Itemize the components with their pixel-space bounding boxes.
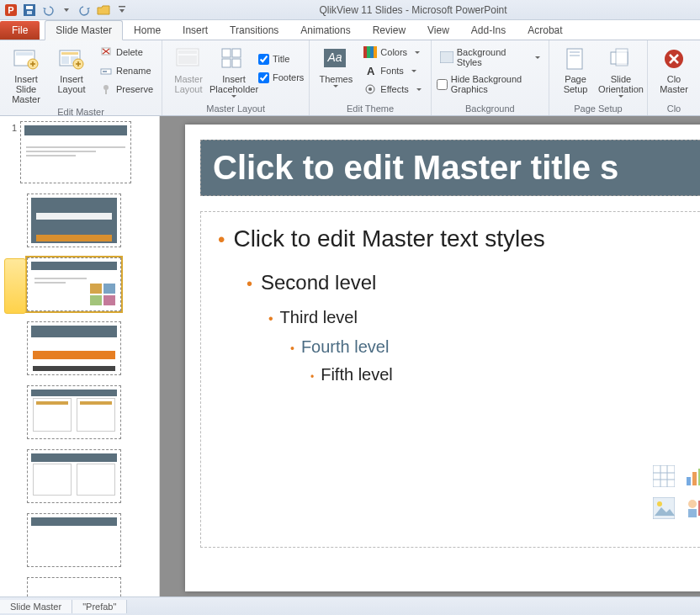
insert-chart-icon[interactable] <box>682 463 700 490</box>
svg-rect-18 <box>105 89 107 94</box>
insert-slide-master-button[interactable]: Insert Slide Master <box>5 44 47 106</box>
svg-rect-30 <box>370 46 374 58</box>
powerpoint-icon[interactable]: P <box>3 3 19 18</box>
qat-customize-icon[interactable] <box>114 3 130 18</box>
insert-clipart-icon[interactable] <box>682 495 700 522</box>
undo-icon[interactable] <box>40 3 56 18</box>
svg-rect-35 <box>440 51 453 63</box>
title-placeholder[interactable]: Click to edit Master title s <box>200 140 700 196</box>
effects-label: Effects <box>380 84 408 94</box>
fonts-button[interactable]: AFonts <box>360 62 425 79</box>
master-number: 1 <box>7 121 17 133</box>
group-edit-theme: Aa Themes Colors AFonts Effects Edit The… <box>310 40 431 115</box>
redo-icon[interactable] <box>77 3 93 18</box>
svg-rect-25 <box>232 59 241 67</box>
workspace: 1 <box>0 116 700 596</box>
master-thumbnail-row: 1 <box>7 121 156 183</box>
page-setup-button[interactable]: Page Setup <box>554 44 597 96</box>
open-folder-icon[interactable] <box>96 3 111 18</box>
slide-canvas[interactable]: Click to edit Master title s Click to ed… <box>185 125 700 591</box>
tab-view[interactable]: View <box>416 20 460 40</box>
tab-review[interactable]: Review <box>362 20 416 40</box>
tab-acrobat[interactable]: Acrobat <box>517 20 573 40</box>
svg-rect-4 <box>27 11 32 14</box>
text-level-3: Third level <box>268 308 700 327</box>
insert-picture-icon[interactable] <box>650 495 677 522</box>
layout-thumbnail[interactable] <box>27 513 121 567</box>
svg-rect-47 <box>687 477 691 485</box>
title-bar: P QlikView 11 Slides - Microsoft PowerPo… <box>0 0 700 20</box>
undo-dropdown-icon[interactable] <box>59 3 74 18</box>
group-background: Background Styles Hide Background Graphi… <box>432 40 549 115</box>
tab-transitions[interactable]: Transitions <box>219 20 289 40</box>
group-page-setup: Page Setup Slide Orientation Page Setup <box>549 40 648 115</box>
close-master-label: Clo Master <box>660 74 688 94</box>
status-theme-name[interactable]: "Prefab" <box>72 600 127 613</box>
dropdown-icon <box>416 87 422 92</box>
master-thumbnail[interactable] <box>20 121 131 183</box>
effects-button[interactable]: Effects <box>360 81 425 98</box>
layout-thumbnail[interactable] <box>27 449 121 503</box>
dropdown-icon <box>414 50 421 55</box>
group-page-setup-label: Page Setup <box>554 103 642 115</box>
svg-rect-24 <box>222 59 231 67</box>
slide-orientation-button[interactable]: Slide Orientation <box>600 44 642 100</box>
insert-slide-master-icon <box>13 45 40 72</box>
svg-rect-38 <box>570 55 580 56</box>
insert-table-icon[interactable] <box>650 463 677 490</box>
save-icon[interactable] <box>22 3 37 18</box>
title-checkbox[interactable]: Title <box>258 50 304 67</box>
master-layout-button[interactable]: Master Layout <box>167 44 209 96</box>
slide-editor[interactable]: Click to edit Master title s Click to ed… <box>160 116 700 596</box>
themes-icon: Aa <box>322 45 349 72</box>
group-master-layout: Master Layout Insert Placeholder Title F… <box>162 40 310 115</box>
slide-orientation-icon <box>607 45 634 72</box>
text-level-1: Click to edit Master text styles <box>218 225 700 252</box>
footers-checkbox[interactable]: Footers <box>258 69 304 86</box>
tab-slide-master[interactable]: Slide Master <box>45 20 123 40</box>
rename-icon <box>99 64 113 77</box>
effects-icon <box>363 82 377 96</box>
hide-bg-checkbox[interactable]: Hide Background Graphics <box>437 76 544 93</box>
delete-icon <box>99 45 113 59</box>
dropdown-icon <box>618 94 624 98</box>
insert-slide-master-label: Insert Slide Master <box>7 74 45 104</box>
colors-label: Colors <box>380 47 407 57</box>
rename-button[interactable]: Rename <box>96 62 156 79</box>
content-placeholder[interactable]: Click to edit Master text styles Second … <box>200 211 700 548</box>
delete-button[interactable]: Delete <box>96 44 156 61</box>
tab-home[interactable]: Home <box>123 20 172 40</box>
dropdown-icon <box>332 84 339 88</box>
close-master-button[interactable]: Clo Master <box>653 44 695 96</box>
insert-layout-button[interactable]: Insert Layout <box>50 44 93 96</box>
background-styles-label: Background Styles <box>457 47 528 67</box>
layout-thumbnail[interactable] <box>27 194 121 247</box>
preserve-button[interactable]: Preserve <box>96 81 156 98</box>
group-edit-master: Insert Slide Master Insert Layout Delete… <box>0 40 162 115</box>
text-level-2: Second level <box>247 271 700 294</box>
svg-rect-7 <box>16 52 33 56</box>
status-slide-master[interactable]: Slide Master <box>0 600 72 613</box>
svg-rect-16 <box>103 71 107 72</box>
insert-placeholder-button[interactable]: Insert Placeholder <box>213 44 255 100</box>
background-styles-button[interactable]: Background Styles <box>437 49 544 66</box>
thumbnail-scroll[interactable]: 1 <box>0 116 159 596</box>
layout-thumbnail-selected[interactable] <box>27 257 121 311</box>
themes-button[interactable]: Aa Themes <box>315 44 357 90</box>
svg-rect-3 <box>26 6 33 9</box>
svg-rect-23 <box>232 49 241 57</box>
svg-rect-50 <box>653 497 675 519</box>
tab-animations[interactable]: Animations <box>289 20 361 40</box>
tab-addins[interactable]: Add-Ins <box>460 20 517 40</box>
tab-insert[interactable]: Insert <box>172 20 219 40</box>
group-close-label: Clo <box>653 103 695 115</box>
layout-thumbnail[interactable] <box>27 385 121 439</box>
layout-thumbnail[interactable] <box>27 321 121 375</box>
colors-button[interactable]: Colors <box>360 44 425 61</box>
status-bar: Slide Master "Prefab" <box>0 596 700 615</box>
themes-label: Themes <box>319 74 353 84</box>
svg-rect-20 <box>178 50 197 54</box>
file-tab[interactable]: File <box>0 21 40 40</box>
layout-thumbnail[interactable] <box>27 577 121 596</box>
svg-rect-31 <box>374 46 377 58</box>
